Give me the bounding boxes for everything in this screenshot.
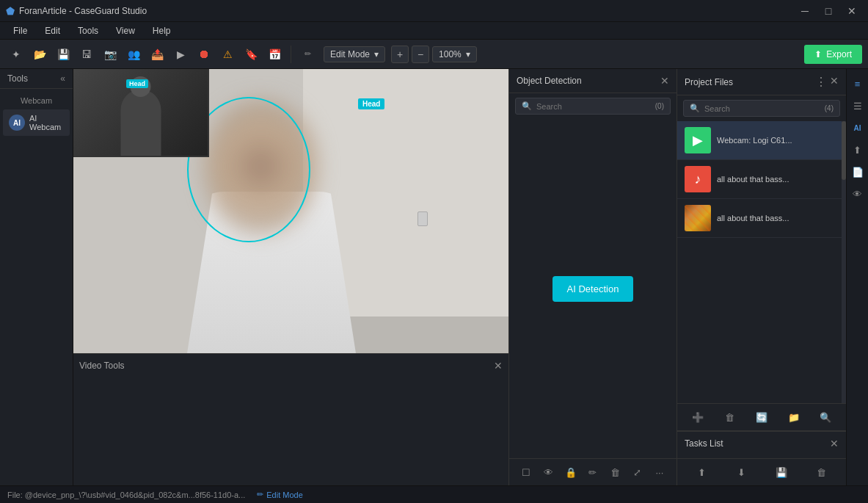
import-button[interactable]: 📤 [147, 44, 167, 65]
close-video-tools-button[interactable]: ✕ [494, 360, 503, 372]
zoom-value-dropdown[interactable]: 100% ▾ [432, 46, 477, 62]
object-detection-panel: Object Detection ✕ 🔍 (0) AI Detection ☐ … [508, 69, 677, 485]
menu-file[interactable]: File [6, 24, 34, 37]
people-button[interactable]: 👥 [123, 44, 144, 65]
files-more-icon[interactable]: ⋮ [815, 75, 827, 89]
file-name: all about that bass... [717, 214, 789, 222]
menu-help[interactable]: Help [145, 24, 178, 37]
right-icons-bar: ≡ ☰ AI ⬆ 📄 👁 [846, 69, 868, 485]
edit-mode-dropdown[interactable]: Edit Mode ▾ [324, 46, 385, 62]
pencil-icon: ✏ [297, 44, 318, 65]
scrollbar-thumb[interactable] [842, 121, 846, 180]
tasks-list-panel: Tasks List ✕ [677, 431, 846, 458]
webcam-thumb-inner: Head [73, 69, 208, 156]
video-icon: ▶ [693, 132, 703, 148]
tasks-list-title: Tasks List [685, 438, 723, 449]
video-tools-header: Video Tools ✕ [79, 360, 503, 372]
youtube-button[interactable]: ▶ [170, 44, 191, 65]
menu-tools[interactable]: Tools [70, 24, 106, 37]
file-thumb-video: ▶ [685, 127, 711, 153]
delete-file-icon[interactable]: 🗑 [721, 408, 738, 426]
move-up-icon[interactable]: ⬆ [693, 463, 710, 481]
save-task-icon[interactable]: 💾 [773, 463, 790, 481]
menu-bar: File Edit Tools View Help [0, 22, 868, 40]
webcam-section: Webcam AI AIWebcam [0, 89, 73, 142]
upload-files-icon[interactable]: ⬆ [849, 141, 867, 159]
main-area: Tools « Webcam AI AIWebcam [0, 69, 868, 485]
power-outlet [417, 211, 428, 226]
object-detection-title: Object Detection [517, 76, 582, 86]
search-file-icon[interactable]: 🔍 [817, 408, 834, 426]
status-bar: File: @device_pnp_\?\usb#vid_046d&pid_08… [0, 485, 868, 503]
object-detection-search[interactable]: 🔍 (0) [515, 98, 671, 115]
list-item[interactable]: ▶ Webcam: Logi C61... [677, 121, 846, 160]
save-as-button[interactable]: 🖫 [76, 44, 97, 65]
project-files-panel: Project Files ⋮ ✕ 🔍 (4) ▶ Webcam: Logi C… [677, 69, 846, 485]
expand-icon[interactable]: ⤢ [629, 463, 646, 481]
refresh-icon[interactable]: 🔄 [753, 408, 770, 426]
lock-icon[interactable]: 🔒 [562, 463, 580, 481]
detection-content-area: AI Detection [509, 119, 676, 458]
warning-button[interactable]: ⚠ [217, 44, 238, 65]
selection-tool-icon[interactable]: ☐ [517, 463, 535, 481]
video-scene: Head Head Head [73, 69, 508, 353]
video-container: Head Head Head [73, 69, 508, 353]
layers-icon[interactable]: ≡ [849, 75, 867, 93]
close-object-detection-button[interactable]: ✕ [660, 75, 669, 87]
close-button[interactable]: ✕ [842, 4, 862, 18]
file-name: all about that bass... [717, 175, 789, 184]
menu-view[interactable]: View [109, 24, 142, 37]
tools-header: Tools « [0, 69, 73, 89]
avatar: AI [9, 115, 25, 131]
file-thumb-image [685, 205, 711, 231]
menu-edit[interactable]: Edit [37, 24, 68, 37]
open-button[interactable]: 📂 [29, 44, 50, 65]
ai-icon[interactable]: AI [849, 119, 867, 137]
save-button[interactable]: 💾 [53, 44, 73, 65]
close-tasks-list-button[interactable]: ✕ [830, 438, 839, 449]
project-files-search-input[interactable] [704, 104, 820, 113]
folder-icon[interactable]: 📁 [785, 408, 803, 426]
edit-icon[interactable]: ✏ [584, 463, 602, 481]
file-thumb-audio: ♪ [685, 166, 711, 192]
ai-detection-button[interactable]: AI Detection [552, 276, 634, 302]
file-toolbar: ➕ 🗑 🔄 📁 🔍 [677, 403, 846, 431]
add-file-icon[interactable]: ➕ [689, 408, 707, 426]
tools-label: Tools [7, 73, 28, 84]
webcam-item[interactable]: AI AIWebcam [3, 109, 70, 136]
zoom-chevron-icon: ▾ [466, 49, 470, 59]
minimize-button[interactable]: ─ [795, 4, 815, 18]
document-icon[interactable]: 📄 [849, 163, 867, 181]
maximize-button[interactable]: □ [818, 4, 839, 18]
video-tools-title: Video Tools [79, 361, 125, 371]
mini-person-body [120, 90, 161, 156]
record-button[interactable]: ⏺ [194, 44, 214, 65]
delete-icon[interactable]: 🗑 [606, 463, 624, 481]
list-item[interactable]: ♪ all about that bass... [677, 160, 846, 199]
center-area: Head Head Head Video Too [73, 69, 508, 485]
list-icon[interactable]: ☰ [849, 97, 867, 115]
bookmark-button[interactable]: 🔖 [241, 44, 261, 65]
title-bar: ⬟ ForanArticle - CaseGuard Studio ─ □ ✕ [0, 0, 868, 22]
files-scrollbar[interactable] [842, 121, 846, 403]
move-down-icon[interactable]: ⬇ [733, 463, 751, 481]
zoom-in-button[interactable]: + [391, 46, 409, 63]
collapse-tools-button[interactable]: « [60, 73, 65, 84]
close-project-files-button[interactable]: ✕ [830, 75, 839, 89]
export-button[interactable]: ⬆ Export [804, 45, 862, 64]
more-options-icon[interactable]: ··· [651, 463, 668, 481]
new-button[interactable]: ✦ [6, 44, 26, 65]
visibility-icon[interactable]: 👁 [539, 463, 557, 481]
delete-task-icon[interactable]: 🗑 [813, 463, 831, 481]
file-name: Webcam: Logi C61... [717, 136, 792, 145]
list-item[interactable]: all about that bass... [677, 199, 846, 238]
webcam-item-label: AIWebcam [29, 114, 61, 131]
camera-button[interactable]: 📷 [100, 44, 120, 65]
object-detection-search-input[interactable] [536, 102, 651, 111]
project-files-search[interactable]: 🔍 (4) [683, 100, 840, 117]
calendar-button[interactable]: 📅 [264, 44, 285, 65]
eye-icon[interactable]: 👁 [849, 185, 867, 203]
zoom-out-button[interactable]: − [412, 46, 429, 63]
file-list: ▶ Webcam: Logi C61... ♪ all about that b… [677, 121, 846, 403]
video-tools-panel: Video Tools ✕ [73, 353, 508, 485]
